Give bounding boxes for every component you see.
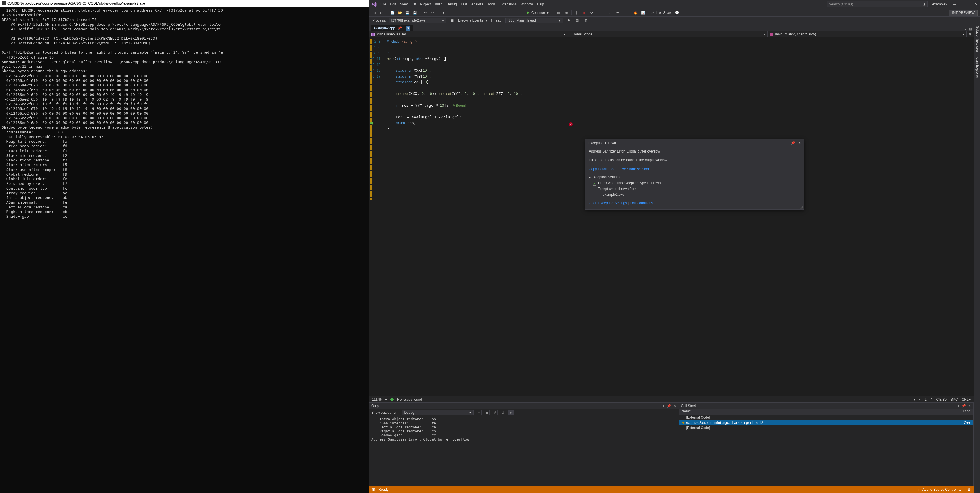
nav-member-dropdown[interactable]: main(int argc, char ** argv)▾ [768,31,967,37]
callstack-row-current[interactable]: example2.exe!main(int argc, char * * arg… [679,420,974,425]
lifecycle-icon[interactable]: ▣ [449,17,455,23]
copy-details-link[interactable]: Copy Details [589,167,608,171]
next-issue-icon[interactable]: ▸ [919,398,921,402]
edit-conditions-link[interactable]: Edit Conditions [630,201,653,205]
sidebar-solution-explorer[interactable]: Solution Explorer [975,26,979,52]
split-editor-icon[interactable]: ⊕ [967,32,974,36]
sidebar-team-explorer[interactable]: Team Explorer [975,56,979,78]
code-editor[interactable]: 1 2 3 4 5 6 7 8 9 10 11 12 13 14 15 16 1… [369,38,974,396]
output-clear-icon[interactable]: ≡ [476,410,482,415]
stack-frame-icon-2[interactable]: ▥ [583,17,589,23]
show-next-statement-icon[interactable]: → [600,10,605,16]
debug-window-icon[interactable]: ▥ [556,10,562,16]
dropdown-caret[interactable]: ▾ [441,10,447,16]
add-source-control[interactable]: Add to Source Control [922,488,956,491]
chevron-down-icon[interactable]: ▾ [486,19,487,22]
pin-icon[interactable]: 📌 [398,26,402,30]
back-button[interactable]: ◁ [371,10,377,16]
pause-button[interactable]: ∥ [574,10,580,16]
panel-close-icon[interactable]: ✕ [673,404,676,408]
search-input[interactable]: Search (Ctrl+Q) [827,1,928,8]
console-titlebar[interactable]: C:\MSDN\cpp-docs-pr\docs\c-language\ASAN… [0,0,369,7]
start-liveshare-link[interactable]: Start Live Share session... [611,167,652,171]
process-dropdown[interactable]: [29708] example2.exe▾ [389,18,447,23]
forward-button[interactable]: ▷ [379,10,385,16]
output-source-dropdown[interactable]: Debug▾ [401,410,474,415]
new-item-button[interactable]: 📄 [390,10,395,16]
break-checkbox[interactable] [593,182,597,186]
tab-dropdown-icon[interactable]: ▾ [964,27,966,31]
callstack-row[interactable]: [External Code] [679,415,974,420]
minimize-button[interactable]: ─ [953,2,956,6]
menu-view[interactable]: View [400,2,407,6]
console-body[interactable]: ==29708==ERROR: AddressSanitizer: global… [0,7,369,493]
output-body[interactable]: Intra object redzone: bb ASan internal: … [369,416,679,486]
redo-button[interactable]: ↷ [430,10,436,16]
prev-issue-icon[interactable]: ◂ [913,398,915,402]
flag-icon[interactable]: ⚑ [566,17,571,23]
callstack-row[interactable]: [External Code] [679,425,974,431]
line-ending[interactable]: CRLF [962,398,971,402]
menu-extensions[interactable]: Extensions [500,2,517,6]
thread-dropdown[interactable]: [888] Main Thread▾ [505,18,563,23]
debug-thread-icon[interactable]: ▦ [563,10,569,16]
nav-project-dropdown[interactable]: Miscellaneous Files▾ [369,31,568,37]
chevron-up-icon[interactable]: ▴ [959,488,961,491]
menu-test[interactable]: Test [461,2,467,6]
liveshare-button[interactable]: ↗ Live Share [651,11,672,15]
popup-pin-icon[interactable]: 📌 [791,141,795,145]
menu-tools[interactable]: Tools [487,2,495,6]
popup-close-button[interactable]: ✕ [798,141,801,145]
restart-button[interactable]: ⟳ [589,10,595,16]
continue-dropdown-icon[interactable]: ▾ [547,11,549,15]
issues-label[interactable]: No issues found [397,398,422,402]
resize-grip-icon[interactable]: ◢ [800,205,803,209]
menu-edit[interactable]: Edit [390,2,396,6]
zoom-dropdown-icon[interactable]: ▾ [385,398,387,402]
error-icon[interactable]: ✕ [569,122,573,126]
panel-dropdown-icon[interactable]: ▾ [663,404,664,408]
menu-file[interactable]: File [380,2,386,6]
menu-project[interactable]: Project [420,2,431,6]
step-into-button[interactable]: ↓ [607,10,613,16]
callstack-col-name[interactable]: Name [682,409,963,415]
output-toggle-icon[interactable]: ⎚ [500,410,506,415]
save-all-button[interactable]: 💾 [412,10,418,16]
menu-debug[interactable]: Debug [447,2,457,6]
output-autoscroll-icon[interactable]: ⎘ [508,410,514,415]
output-wrap-icon[interactable]: ↲ [492,410,498,415]
panel-dropdown-icon[interactable]: ▾ [958,404,959,408]
callstack-col-lang[interactable]: Lang [963,409,970,415]
menu-analyze[interactable]: Analyze [471,2,484,6]
lifecycle-label[interactable]: Lifecycle Events [458,19,483,22]
stack-frame-icon[interactable]: ▤ [574,17,580,23]
stop-button[interactable]: ■ [581,10,587,16]
panel-close-icon[interactable]: ✕ [968,404,971,408]
continue-button[interactable]: Continue ▾ [525,11,551,15]
feedback-icon[interactable]: 💬 [674,10,680,16]
code-body[interactable]: #include <string.h> int main(int argc, c… [383,38,974,396]
panel-pin-icon[interactable]: 📌 [667,404,671,408]
notifications-icon[interactable]: 🛎 [967,488,971,491]
close-button[interactable]: ✕ [975,2,978,6]
tab-example2-cpp[interactable]: example2.cpp 📌 ✕ [371,25,413,31]
open-exception-settings-link[interactable]: Open Exception Settings [589,201,627,205]
encoding[interactable]: SPC [951,398,958,402]
close-tab-button[interactable]: ✕ [406,26,410,30]
output-find-icon[interactable]: ≣ [484,410,490,415]
menu-build[interactable]: Build [435,2,443,6]
step-out-button[interactable]: ↑ [622,10,628,16]
maximize-button[interactable]: ☐ [964,2,967,6]
hot-reload-icon[interactable]: 🔥 [633,10,638,16]
timeline-icon[interactable]: 📊 [640,10,646,16]
panel-pin-icon[interactable]: 📌 [962,404,966,408]
int-preview-badge[interactable]: INT PREVIEW [949,10,978,16]
nav-scope-dropdown[interactable]: (Global Scope)▾ [568,31,767,37]
save-button[interactable]: 💾 [404,10,410,16]
menu-window[interactable]: Window [520,2,533,6]
tab-toolbox-icon[interactable]: ⊞ [969,27,972,31]
except-item-checkbox[interactable] [598,193,601,196]
exception-popup[interactable]: Exception Thrown 📌 ✕ Address Sanitizer E… [585,139,804,210]
menu-help[interactable]: Help [537,2,544,6]
zoom-level[interactable]: 111 % [372,398,382,402]
